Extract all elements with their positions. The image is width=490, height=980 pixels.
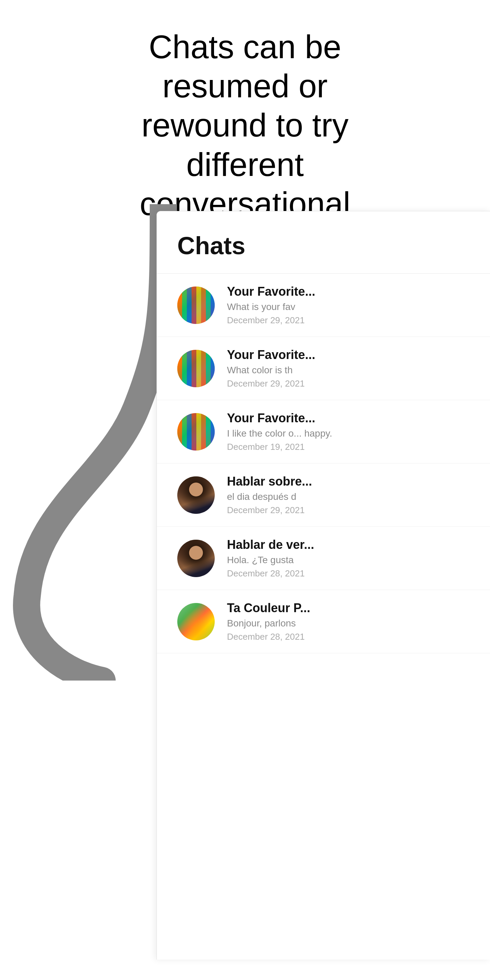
chat-info: Your Favorite... What color is th Decemb… bbox=[227, 348, 469, 389]
chat-date: December 19, 2021 bbox=[227, 442, 469, 452]
avatar bbox=[177, 603, 215, 640]
chat-date: December 29, 2021 bbox=[227, 315, 469, 326]
chat-item[interactable]: Your Favorite... What color is th Decemb… bbox=[157, 337, 490, 400]
avatar bbox=[177, 286, 215, 324]
chat-preview: Bonjour, parlons bbox=[227, 618, 469, 629]
chat-info: Your Favorite... What is your fav Decemb… bbox=[227, 285, 469, 326]
chat-panel: Chats Your Favorite... What is your fav … bbox=[156, 211, 490, 959]
chat-preview: el dia después d bbox=[227, 492, 469, 502]
chat-preview: What is your fav bbox=[227, 301, 469, 312]
avatar bbox=[177, 540, 215, 577]
chat-name: Your Favorite... bbox=[227, 348, 469, 362]
chat-date: December 28, 2021 bbox=[227, 632, 469, 642]
chat-info: Ta Couleur P... Bonjour, parlons Decembe… bbox=[227, 601, 469, 642]
chat-info: Your Favorite... I like the color o... h… bbox=[227, 411, 469, 452]
chat-date: December 29, 2021 bbox=[227, 505, 469, 515]
avatar bbox=[177, 413, 215, 450]
chat-name: Ta Couleur P... bbox=[227, 601, 469, 615]
chat-info: Hablar de ver... Hola. ¿Te gusta Decembe… bbox=[227, 538, 469, 579]
chat-item[interactable]: Hablar sobre... el dia después d Decembe… bbox=[157, 463, 490, 527]
chat-info: Hablar sobre... el dia después d Decembe… bbox=[227, 474, 469, 515]
chat-item[interactable]: Your Favorite... What is your fav Decemb… bbox=[157, 274, 490, 337]
chat-date: December 28, 2021 bbox=[227, 568, 469, 579]
chat-panel-title: Chats bbox=[157, 232, 490, 273]
chat-preview: Hola. ¿Te gusta bbox=[227, 555, 469, 566]
chat-item[interactable]: Your Favorite... I like the color o... h… bbox=[157, 400, 490, 463]
chat-list: Your Favorite... What is your fav Decemb… bbox=[157, 273, 490, 653]
chat-date: December 29, 2021 bbox=[227, 379, 469, 389]
chat-item[interactable]: Ta Couleur P... Bonjour, parlons Decembe… bbox=[157, 590, 490, 653]
chat-preview: What color is th bbox=[227, 365, 469, 375]
avatar bbox=[177, 476, 215, 514]
chat-name: Hablar sobre... bbox=[227, 474, 469, 488]
chat-name: Your Favorite... bbox=[227, 285, 469, 299]
chat-name: Hablar de ver... bbox=[227, 538, 469, 552]
chat-preview: I like the color o... happy. bbox=[227, 428, 469, 439]
avatar bbox=[177, 350, 215, 387]
chat-name: Your Favorite... bbox=[227, 411, 469, 425]
chat-item[interactable]: Hablar de ver... Hola. ¿Te gusta Decembe… bbox=[157, 527, 490, 590]
